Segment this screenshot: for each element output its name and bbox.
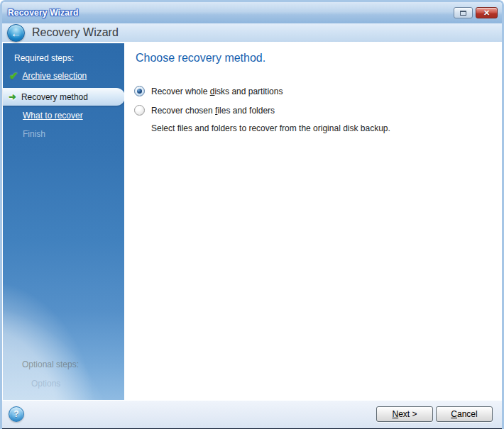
footer-bar: ? Next > Cancel	[2, 400, 502, 428]
titlebar: Recovery Wizard ✕	[2, 2, 502, 23]
page-title: Recovery Wizard	[32, 26, 119, 39]
help-button[interactable]: ?	[9, 406, 24, 422]
recovery-wizard-window: Recovery Wizard ✕ ← Recovery Wizard Requ…	[0, 0, 504, 429]
sidebar-item-recovery-method-current[interactable]: ➜ Recovery method	[3, 88, 125, 106]
radio-option-files-folders[interactable]: Recover chosen files and folders	[134, 105, 275, 116]
required-steps-label: Required steps:	[14, 53, 74, 63]
sidebar-item-what-to-recover[interactable]: What to recover	[23, 111, 83, 121]
radio-option-label: Recover chosen files and folders	[151, 106, 275, 116]
main-content: Choose recovery method. Recover whole di…	[124, 43, 502, 400]
sidebar-item-label: Recovery method	[21, 92, 88, 102]
sidebar-item-label: What to recover	[23, 111, 83, 121]
close-button[interactable]: ✕	[476, 7, 498, 18]
sidebar-item-finish: Finish	[23, 129, 45, 139]
sidebar-item-label: Archive selection	[23, 71, 87, 81]
radio-option-label: Recover whole disks and partitions	[151, 87, 283, 96]
wizard-header: ← Recovery Wizard	[2, 23, 502, 43]
arrow-right-icon: ➜	[9, 92, 16, 101]
option-description: Select files and folders to recover from…	[151, 123, 390, 133]
radio-option-whole-disks[interactable]: Recover whole disks and partitions	[134, 86, 283, 96]
question-mark-icon: ?	[13, 409, 18, 419]
radio-selected-icon[interactable]	[134, 86, 145, 96]
wizard-body: Required steps: ✔ Archive selection ➜ Re…	[2, 43, 502, 400]
window-title: Recovery Wizard	[8, 8, 79, 18]
sidebar-item-options: Options	[31, 379, 60, 389]
sidebar-item-archive-selection[interactable]: ✔ Archive selection	[9, 70, 87, 81]
maximize-button[interactable]	[454, 7, 473, 18]
next-button[interactable]: Next >	[376, 406, 433, 422]
checkmark-icon: ✔	[9, 70, 18, 81]
arrow-left-icon: ←	[11, 27, 21, 39]
radio-unselected-icon[interactable]	[134, 105, 145, 116]
close-icon: ✕	[483, 9, 490, 17]
steps-sidebar: Required steps: ✔ Archive selection ➜ Re…	[2, 43, 124, 400]
back-button[interactable]: ←	[7, 24, 25, 42]
cancel-button[interactable]: Cancel	[436, 406, 493, 422]
window-controls: ✕	[454, 7, 498, 18]
maximize-icon	[460, 11, 466, 16]
content-heading: Choose recovery method.	[136, 52, 265, 65]
optional-steps-label: Optional steps:	[22, 360, 79, 369]
